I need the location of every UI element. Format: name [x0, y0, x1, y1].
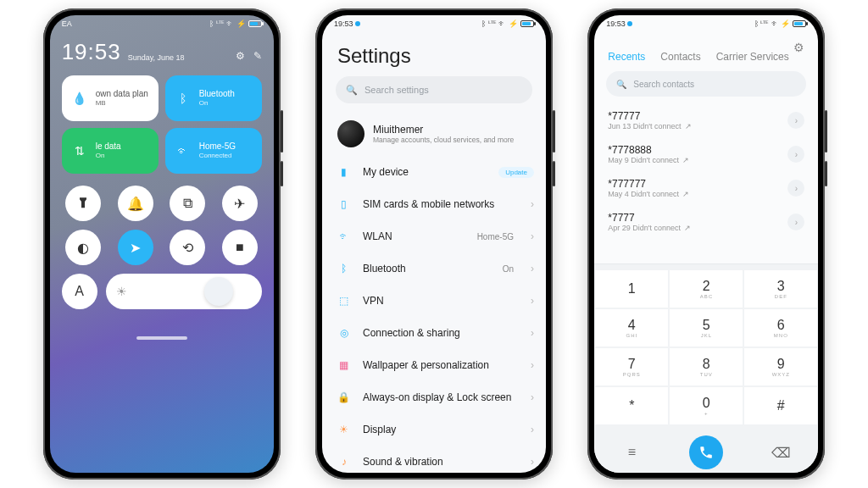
- key-number: 5: [703, 318, 710, 333]
- recent-calls-list: *77777 Jun 13 Didn't connect ↗ ›*7778888…: [594, 103, 818, 263]
- call-meta: Apr 29 Didn't connect ↗: [608, 224, 787, 232]
- avatar: [337, 120, 364, 147]
- dial-key-6[interactable]: 6MNO: [744, 309, 817, 347]
- settings-row[interactable]: ▦ Wallpaper & personalization ›: [337, 349, 546, 381]
- row-label: SIM cards & mobile networks: [363, 198, 519, 210]
- tile-bluetooth[interactable]: ᛒ BluetoothOn: [165, 75, 262, 121]
- outgoing-icon: ↗: [682, 190, 689, 198]
- dial-key-7[interactable]: 7PQRS: [595, 348, 668, 385]
- bluetooth-icon: ᛒ: [174, 89, 192, 108]
- data-icon: ⇅: [70, 141, 89, 160]
- dial-key-9[interactable]: 9WXYZ: [744, 348, 817, 385]
- settings-icon[interactable]: ⚙: [236, 50, 245, 62]
- wifi-icon: ᯤ: [174, 141, 192, 160]
- battery-icon: [248, 20, 262, 27]
- toggle-flashlight[interactable]: [65, 186, 101, 221]
- tab-carrier[interactable]: Carrier Services: [716, 51, 789, 63]
- settings-list: ▮ My device Update▯ SIM cards & mobile n…: [322, 156, 546, 473]
- call-row[interactable]: *7777 Apr 29 Didn't connect ↗ ›: [608, 205, 804, 239]
- clock-date: Sunday, June 18: [128, 53, 229, 62]
- key-letters: WXYZ: [772, 372, 790, 377]
- dial-key-*[interactable]: *: [595, 387, 668, 424]
- key-letters: DEF: [775, 294, 787, 299]
- settings-row[interactable]: ☀ Display ›: [337, 413, 546, 446]
- account-row[interactable]: Miuithemer Manage accounts, cloud servic…: [322, 112, 546, 156]
- row-label: Sound & vibration: [363, 456, 519, 468]
- dial-key-4[interactable]: 4GHI: [595, 309, 668, 347]
- tile-wifi[interactable]: ᯤ Home-5GConnected: [165, 128, 262, 174]
- settings-row[interactable]: ᛒ Bluetooth On›: [337, 252, 546, 285]
- settings-row[interactable]: ♪ Sound & vibration ›: [337, 446, 546, 473]
- tile-mobile-data[interactable]: ⇅ le dataOn: [62, 128, 159, 174]
- key-number: 0: [703, 396, 710, 411]
- slider-knob[interactable]: [204, 277, 233, 306]
- row-icon: ▮: [337, 165, 351, 179]
- row-label: My device: [363, 166, 487, 178]
- call-button[interactable]: [689, 435, 723, 469]
- backspace-button[interactable]: ⌫: [771, 445, 791, 461]
- panel-handle[interactable]: [136, 336, 187, 340]
- toggle-airplane[interactable]: ✈: [222, 186, 258, 221]
- call-details-button[interactable]: ›: [787, 146, 804, 163]
- toggle-location[interactable]: ➤: [118, 230, 153, 265]
- key-letters: JKL: [701, 333, 712, 338]
- dialer-tabs: Recents Contacts Carrier Services: [594, 41, 818, 71]
- toggle-screenshot[interactable]: ⧉: [170, 186, 205, 221]
- dial-key-1[interactable]: 1: [595, 270, 668, 308]
- dial-key-0[interactable]: 0+: [670, 387, 743, 424]
- brightness-icon: ☀: [116, 285, 127, 298]
- dial-key-#[interactable]: #: [744, 387, 817, 424]
- dial-key-8[interactable]: 8TUV: [670, 348, 743, 385]
- dial-key-5[interactable]: 5JKL: [670, 309, 743, 347]
- call-row[interactable]: *7778888 May 9 Didn't connect ↗ ›: [608, 137, 804, 171]
- key-number: 6: [777, 318, 785, 333]
- search-icon: 🔍: [616, 80, 626, 89]
- chevron-icon: ›: [531, 391, 534, 403]
- toggle-dark-mode[interactable]: ◐: [65, 230, 101, 265]
- row-icon: 🔒: [337, 391, 351, 404]
- call-row[interactable]: *77777 Jun 13 Didn't connect ↗ ›: [608, 103, 804, 137]
- settings-icon[interactable]: ⚙: [793, 41, 804, 54]
- search-placeholder: Search settings: [364, 85, 429, 95]
- status-left: EA: [62, 19, 72, 28]
- settings-row[interactable]: ▮ My device Update: [337, 156, 546, 188]
- chevron-icon: ›: [531, 198, 534, 210]
- dial-key-2[interactable]: 2ABC: [670, 270, 743, 308]
- toggle-font[interactable]: A: [62, 274, 97, 309]
- settings-row[interactable]: ᯤ WLAN Home-5G›: [337, 220, 546, 252]
- brightness-slider[interactable]: ☀: [106, 274, 262, 309]
- key-letters: TUV: [700, 372, 713, 377]
- chevron-icon: ›: [531, 359, 534, 371]
- flashlight-icon: [76, 197, 90, 210]
- chevron-icon: ›: [531, 263, 534, 274]
- call-details-button[interactable]: ›: [787, 180, 804, 197]
- toggle-sound[interactable]: 🔔: [118, 186, 153, 221]
- drop-icon: 💧: [70, 89, 89, 108]
- toggle-rotate[interactable]: ⟲: [170, 230, 205, 265]
- settings-row[interactable]: ◎ Connection & sharing ›: [337, 317, 546, 349]
- tab-contacts[interactable]: Contacts: [660, 51, 700, 63]
- toggle-record[interactable]: ■: [222, 230, 258, 265]
- chevron-icon: ›: [531, 456, 534, 468]
- tab-recents[interactable]: Recents: [608, 51, 645, 63]
- tile-data-plan[interactable]: 💧 own data planMB: [62, 75, 159, 121]
- edit-icon[interactable]: ✎: [253, 50, 262, 62]
- settings-search[interactable]: 🔍 Search settings: [336, 76, 532, 103]
- call-row[interactable]: *777777 May 4 Didn't connect ↗ ›: [608, 171, 804, 205]
- settings-row[interactable]: 🔒 Always-on display & Lock screen ›: [337, 381, 546, 413]
- phone-icon: [698, 445, 714, 460]
- call-details-button[interactable]: ›: [787, 112, 804, 129]
- outgoing-icon: ↗: [682, 156, 689, 164]
- contacts-search[interactable]: 🔍 Search contacts: [606, 71, 806, 97]
- settings-row[interactable]: ⬚ VPN ›: [337, 285, 546, 317]
- call-meta: Jun 13 Didn't connect ↗: [608, 122, 787, 130]
- dial-key-3[interactable]: 3DEF: [744, 270, 817, 308]
- settings-row[interactable]: ▯ SIM cards & mobile networks ›: [337, 188, 546, 220]
- update-badge: Update: [498, 167, 534, 178]
- phone-control-center: EA ᛒ ᴸᵀᴱ ᯤ ⚡ 19:53 Sunday, June 18 ⚙ ✎ 💧…: [43, 8, 281, 480]
- menu-button[interactable]: ≡: [628, 445, 636, 460]
- call-details-button[interactable]: ›: [787, 214, 804, 230]
- status-bar: EA ᛒ ᴸᵀᴱ ᯤ ⚡: [50, 15, 274, 32]
- row-label: Display: [363, 424, 519, 435]
- outgoing-icon: ↗: [685, 122, 692, 130]
